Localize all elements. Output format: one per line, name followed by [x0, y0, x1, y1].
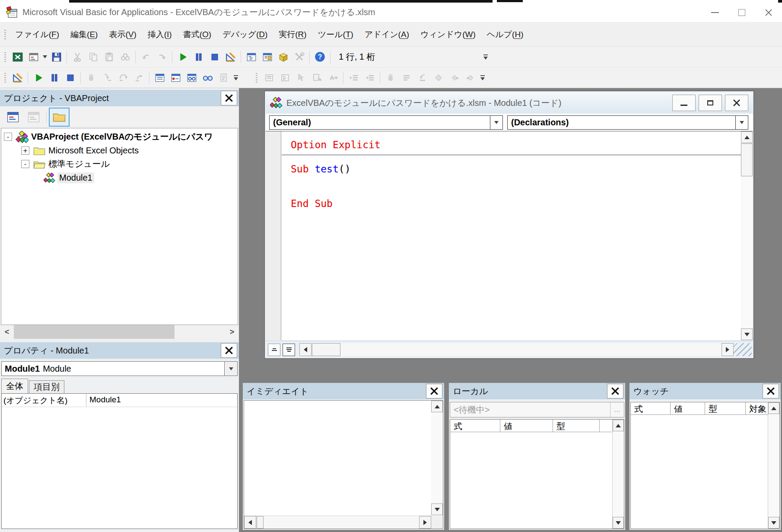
- scroll-right-button[interactable]: [722, 343, 734, 356]
- step-over-button[interactable]: [115, 70, 131, 86]
- dropdown-button[interactable]: [735, 116, 748, 129]
- menu-view[interactable]: 表示(V): [103, 22, 142, 46]
- locals-vertical-scrollbar[interactable]: [612, 420, 624, 529]
- help-button[interactable]: ?: [312, 49, 328, 65]
- run-button[interactable]: [30, 70, 46, 86]
- scroll-down-button[interactable]: [768, 517, 779, 529]
- object-selector-combobox[interactable]: Module1 Module: [1, 361, 238, 376]
- properties-close-button[interactable]: [221, 343, 237, 358]
- properties-window-button[interactable]: [259, 49, 275, 65]
- scroll-down-button[interactable]: [741, 328, 753, 340]
- toolbar-grip[interactable]: [4, 52, 6, 62]
- list-properties-button[interactable]: [261, 70, 277, 86]
- view-code-button[interactable]: [3, 108, 23, 127]
- scrollbar-thumb[interactable]: [14, 325, 175, 339]
- break-button[interactable]: [46, 70, 62, 86]
- insert-object-dropdown[interactable]: [41, 49, 48, 65]
- immediate-window-button[interactable]: [168, 70, 184, 86]
- complete-word-button[interactable]: A: [325, 70, 341, 86]
- code-horizontal-scrollbar[interactable]: [299, 343, 734, 356]
- collapse-icon[interactable]: -: [4, 133, 12, 141]
- procedure-combobox[interactable]: (Declarations): [507, 115, 748, 130]
- object-combobox[interactable]: (General): [269, 115, 503, 130]
- watch-window-button[interactable]: [184, 70, 200, 86]
- project-close-button[interactable]: [221, 91, 237, 105]
- scroll-right-button[interactable]: [419, 516, 431, 529]
- menu-debug[interactable]: デバッグ(D): [217, 22, 273, 46]
- project-panel-header[interactable]: プロジェクト - VBAProject: [0, 90, 239, 106]
- list-constants-button[interactable]: [277, 70, 293, 86]
- column-header-type[interactable]: 型: [705, 402, 746, 414]
- scroll-left-button[interactable]: <: [0, 325, 14, 339]
- watch-vertical-scrollbar[interactable]: [768, 402, 779, 529]
- scroll-up-button[interactable]: [768, 402, 779, 414]
- menu-file[interactable]: ファイル(F): [10, 22, 65, 46]
- collapse-icon[interactable]: -: [21, 160, 29, 168]
- column-header-expression[interactable]: 式: [631, 402, 671, 414]
- close-button[interactable]: [725, 95, 748, 111]
- tab-categorized[interactable]: 項目別: [29, 380, 64, 393]
- dropdown-button[interactable]: [224, 362, 237, 376]
- cut-button[interactable]: [69, 49, 85, 65]
- save-button[interactable]: [48, 49, 64, 65]
- tree-item-module1[interactable]: Module1: [1, 171, 238, 185]
- quick-watch-button[interactable]: [200, 70, 216, 86]
- call-stack-button[interactable]: [216, 70, 232, 86]
- next-bookmark-button[interactable]: [446, 70, 462, 86]
- tree-item-standard-modules[interactable]: - 標準モジュール: [1, 157, 238, 171]
- toggle-breakpoint-button[interactable]: [83, 70, 99, 86]
- outdent-button[interactable]: [362, 70, 378, 86]
- toggle-folders-button[interactable]: [49, 108, 70, 127]
- column-header-value[interactable]: 値: [500, 420, 553, 432]
- design-mode-button[interactable]: [223, 49, 238, 65]
- step-into-button[interactable]: [99, 70, 115, 86]
- scrollbar-thumb[interactable]: [741, 143, 753, 176]
- menu-window[interactable]: ウィンドウ(W): [415, 22, 481, 46]
- resize-grip[interactable]: [734, 343, 752, 356]
- toolbar-grip[interactable]: [256, 73, 257, 83]
- code-vertical-scrollbar[interactable]: [741, 131, 753, 340]
- reset-button[interactable]: [207, 49, 223, 65]
- tree-item-excel-objects[interactable]: + Microsoft Excel Objects: [1, 144, 238, 157]
- redo-button[interactable]: [154, 49, 170, 65]
- scroll-left-button[interactable]: [299, 343, 312, 356]
- comment-block-button[interactable]: [398, 70, 414, 86]
- menu-insert[interactable]: 挿入(I): [142, 22, 178, 46]
- paste-button[interactable]: [101, 49, 117, 65]
- code-editor[interactable]: Option Explicit Sub test() End Sub: [266, 131, 753, 340]
- scrollbar-thumb[interactable]: [257, 516, 264, 529]
- maximize-button[interactable]: [728, 3, 755, 22]
- object-browser-button[interactable]: [275, 49, 291, 65]
- column-header-value[interactable]: 値: [671, 402, 705, 414]
- view-object-button[interactable]: [23, 108, 44, 127]
- quick-info-button[interactable]: [293, 70, 309, 86]
- toggle-bookmark-button[interactable]: [430, 70, 446, 86]
- project-horizontal-scrollbar[interactable]: < >: [0, 325, 239, 339]
- break-button[interactable]: [191, 49, 207, 65]
- property-name[interactable]: (オブジェクト名): [2, 394, 86, 407]
- copy-button[interactable]: [85, 49, 101, 65]
- close-button[interactable]: [755, 3, 782, 22]
- step-out-button[interactable]: [131, 70, 147, 86]
- toggle-breakpoint-button[interactable]: [382, 70, 398, 86]
- minimize-button[interactable]: [672, 95, 696, 111]
- expand-icon[interactable]: +: [21, 147, 29, 155]
- menu-tools[interactable]: ツール(T): [312, 22, 359, 46]
- scrollbar-thumb[interactable]: [312, 343, 340, 356]
- design-mode-button[interactable]: [10, 70, 25, 86]
- view-microsoft-excel-button[interactable]: [10, 49, 25, 65]
- scroll-up-button[interactable]: [431, 401, 443, 412]
- scrollbar-track[interactable]: [175, 325, 225, 339]
- menu-format[interactable]: 書式(O): [178, 22, 217, 46]
- locals-panel-header[interactable]: ローカル: [449, 383, 625, 399]
- insert-userform-button[interactable]: [25, 49, 41, 65]
- toolbox-button[interactable]: [291, 49, 307, 65]
- toolbar-overflow-button[interactable]: [478, 69, 487, 86]
- watch-panel-header[interactable]: ウォッチ: [629, 383, 781, 399]
- indent-button[interactable]: [346, 70, 362, 86]
- locals-close-button[interactable]: [607, 384, 623, 398]
- tab-alphabetic[interactable]: 全体: [1, 379, 28, 393]
- scroll-up-button[interactable]: [613, 420, 624, 431]
- column-header-type[interactable]: 型: [553, 420, 600, 432]
- immediate-close-button[interactable]: [426, 384, 442, 398]
